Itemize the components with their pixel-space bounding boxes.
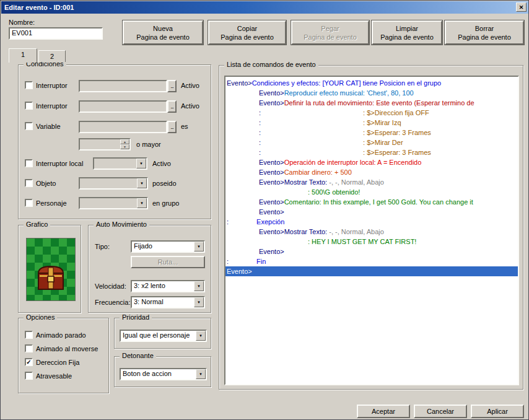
command-list-group: Lista de comandos de evento Evento>Condi… (219, 65, 523, 390)
event-graphic-chest[interactable] (26, 238, 76, 301)
local-switch-checkbox[interactable] (25, 159, 33, 167)
command-segment: Fin (256, 258, 266, 265)
new-page-button[interactable]: Nueva Pagina de evento (123, 20, 203, 45)
variable-input (79, 121, 167, 133)
command-line[interactable]: Evento>Comentario: In this example, I ge… (225, 197, 518, 207)
cancel-button-label: Cancelar (427, 408, 454, 415)
command-line[interactable]: :: $>Mirar Izq (225, 118, 518, 128)
switch1-browse-button: ... (167, 80, 177, 92)
command-line[interactable]: Evento>Reproducir efecto musical: 'Chest… (225, 88, 518, 98)
item-checkbox[interactable] (25, 179, 33, 187)
command-segment: : $>Esperar: 3 Frames (363, 149, 431, 156)
tab-page-1[interactable]: 1 (9, 48, 37, 63)
command-line[interactable]: : 500\G obtenido! (225, 187, 518, 197)
command-segment: Comentario: In this example, I get 500 G… (284, 198, 473, 206)
switch2-checkbox[interactable] (25, 102, 33, 110)
variable-suffix: es (181, 123, 188, 130)
command-line[interactable]: :: $>Esperar: 3 Frames (225, 128, 518, 138)
switch2-browse-button: ... (167, 100, 177, 113)
title-bar[interactable]: Editar evento - ID:001 (1, 1, 528, 14)
variable-label: Variable (36, 123, 61, 130)
passable-checkbox[interactable] (25, 372, 33, 380)
actor-combo: ▼ (79, 197, 148, 209)
command-line[interactable]: Evento>Definir la ruta del movimiento: E… (225, 98, 518, 108)
command-line[interactable]: Evento>Cambiar dinero: + 500 (225, 167, 518, 177)
switch1-checkbox[interactable] (25, 81, 33, 89)
trigger-group: Detonante Boton de accion ▼ (114, 356, 211, 387)
switch2-suffix: Activo (181, 102, 199, 110)
command-list[interactable]: Evento>Condiciones y efectos: [YOUR CAT]… (224, 76, 519, 385)
options-group-label: Opciones (24, 313, 57, 321)
copy-page-label-1: Copiar (237, 24, 257, 33)
command-line[interactable]: Evento>Condiciones y efectos: [YOUR CAT]… (225, 78, 518, 88)
delete-page-button[interactable]: Borrar Pagina de evento (445, 20, 524, 45)
switch2-label: Interruptor (36, 102, 68, 110)
command-segment: Evento> (259, 178, 284, 186)
variable-browse-button: ... (167, 121, 177, 133)
command-segment: : (259, 139, 261, 146)
fixed-direction-checkbox[interactable]: ✓ (25, 358, 33, 366)
item-label: Objeto (36, 180, 56, 187)
conditions-group: Condiciones Interruptor ... Activo Inter… (18, 64, 211, 219)
item-suffix: poseido (152, 180, 177, 187)
route-button-label: Ruta... (158, 258, 178, 266)
new-page-label-1: Nueva (153, 24, 173, 33)
command-line[interactable]: :: $>Direccion fija OFF (225, 108, 518, 118)
command-line[interactable]: Evento>Operación de interruptor local: A… (225, 157, 518, 167)
ellipsis-icon: ... (170, 124, 173, 130)
spinner-buttons: ▲ ▼ (120, 139, 129, 149)
chevron-down-icon: ▼ (137, 198, 147, 208)
command-line[interactable]: Evento> (225, 266, 518, 276)
tab-page-2[interactable]: 2 (38, 50, 66, 62)
command-segment: Evento> (259, 208, 284, 216)
variable-checkbox[interactable] (25, 122, 33, 130)
close-button[interactable]: ✕ (516, 2, 527, 12)
ok-button[interactable]: Aceptar (357, 405, 410, 418)
command-line[interactable]: Evento> (225, 247, 518, 256)
command-segment: Evento> (227, 268, 252, 275)
animated-moving-checkbox[interactable] (25, 344, 33, 352)
command-line[interactable]: :Fin (225, 256, 518, 266)
auto-movement-group: Auto Movimiento Tipo: Fijado ▼ Ruta... V… (88, 225, 211, 313)
cancel-button[interactable]: Cancelar (414, 405, 467, 418)
clear-page-label-2: Pagina de evento (380, 33, 434, 42)
options-group: Opciones Animado parado Animado al mover… (18, 318, 109, 393)
copy-page-label-2: Pagina de evento (221, 33, 274, 42)
actor-suffix: en grupo (152, 199, 179, 207)
command-segment: Evento> (259, 89, 284, 97)
switch1-input (79, 80, 167, 92)
command-segment: : (259, 149, 261, 156)
actor-checkbox[interactable] (25, 199, 33, 207)
chest-sprite (27, 238, 75, 300)
animated-idle-checkbox[interactable] (25, 331, 33, 339)
command-line[interactable]: Evento>Mostrar Texto: -, -, Normal, Abaj… (225, 227, 518, 237)
priority-combo[interactable]: Igual que el personaje ▼ (120, 330, 207, 342)
chevron-down-icon: ▼ (196, 369, 206, 379)
movement-type-value: Fijado (134, 242, 193, 250)
apply-button[interactable]: Aplicar (471, 405, 524, 418)
movement-speed-combo[interactable]: 3: x2 lento ▼ (131, 280, 205, 292)
movement-freq-combo[interactable]: 3: Normal ▼ (131, 296, 205, 308)
command-line[interactable]: :: $>Esperar: 3 Frames (225, 147, 518, 157)
command-segment: Cambiar dinero: + 500 (284, 168, 352, 176)
movement-speed-label: Velocidad: (95, 282, 126, 290)
switch2-input (79, 100, 167, 113)
clear-page-label-1: Limpiar (396, 24, 418, 33)
command-line[interactable]: :Exepción (225, 217, 518, 227)
movement-type-combo[interactable]: Fijado ▼ (131, 240, 205, 253)
command-line[interactable]: Evento>Mostrar Texto: -, -, Normal, Abaj… (225, 177, 518, 187)
priority-group-label: Prioridad (120, 313, 152, 321)
command-line[interactable]: :: $>Mirar Der (225, 138, 518, 147)
name-input[interactable]: EV001 (9, 27, 103, 40)
command-list-group-label: Lista de comandos de evento (224, 61, 318, 68)
command-line[interactable]: : HEY I MUST GET MY CAT FIRST! (225, 237, 518, 247)
command-segment: Evento> (259, 168, 284, 176)
command-line[interactable]: Evento> (225, 207, 518, 217)
clear-page-button[interactable]: Limpiar Pagina de evento (372, 20, 442, 45)
copy-page-button[interactable]: Copiar Pagina de evento (208, 20, 286, 45)
ellipsis-icon: ... (170, 103, 173, 110)
command-segment: : $>Mirar Der (363, 139, 403, 146)
actor-label: Personaje (36, 199, 67, 207)
trigger-combo[interactable]: Boton de accion ▼ (120, 368, 207, 380)
route-button: Ruta... (131, 256, 205, 268)
